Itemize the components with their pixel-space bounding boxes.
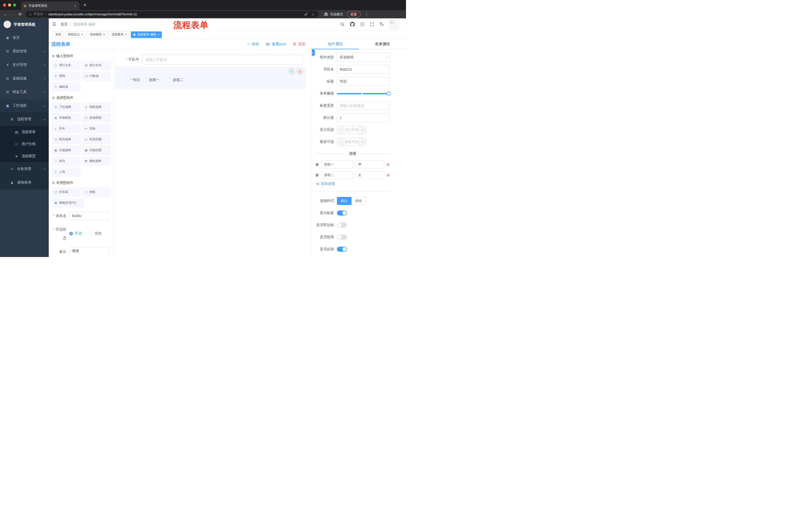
sidebar-item-system[interactable]: ⚙ 系统管理 ▾: [0, 45, 49, 58]
component-multiline-text[interactable]: ▤多行文本: [82, 61, 111, 70]
component-rate[interactable]: ☆评分: [52, 156, 81, 166]
sidebar-item-infra[interactable]: ⊞ 基础设施 ▾: [0, 72, 49, 85]
component-checkbox-group[interactable]: ☑多选框组: [82, 113, 111, 123]
component-editor[interactable]: ✎编辑器: [52, 82, 81, 91]
remark-textarea[interactable]: 嘿嘿: [69, 247, 109, 257]
security-label[interactable]: 不安全: [34, 12, 43, 16]
help-icon[interactable]: ?: [360, 22, 365, 26]
bookmark-star-icon[interactable]: ☆: [312, 12, 315, 16]
github-icon[interactable]: [350, 22, 355, 27]
show-label-toggle[interactable]: [337, 211, 347, 216]
sidebar-item-home[interactable]: ◉ 首页: [0, 31, 49, 45]
url-input[interactable]: ⚠ 不安全 dashboard.yudao.iocoder.cn/bpm/man…: [26, 11, 318, 18]
tag-process-form[interactable]: 流程表单 ×: [109, 31, 129, 38]
phone-input[interactable]: [142, 55, 303, 64]
avatar[interactable]: [389, 20, 399, 29]
sidebar-item-task-management[interactable]: ≔ 任务管理 ▾: [0, 162, 49, 176]
required-toggle[interactable]: [337, 247, 347, 252]
field-name-input[interactable]: [337, 65, 390, 74]
default-value-input[interactable]: [337, 113, 390, 122]
close-icon[interactable]: ×: [125, 33, 127, 36]
sidebar-item-process-model[interactable]: ➤ 流程模型: [0, 150, 49, 162]
collapse-sidebar-icon[interactable]: ☰: [52, 22, 56, 27]
option-label-input[interactable]: [321, 171, 353, 179]
close-icon[interactable]: ×: [103, 33, 105, 36]
tag-process-definition[interactable]: 流程定义 ×: [65, 31, 86, 38]
component-time-range[interactable]: ◴时间范围: [82, 135, 111, 144]
browser-tab[interactable]: ✿ 芋道管理系统 ×: [21, 1, 79, 10]
form-name-input[interactable]: [69, 212, 109, 220]
component-time-picker[interactable]: ◷时间选择: [52, 135, 81, 144]
component-radio-group[interactable]: ◉单选框组: [52, 113, 81, 123]
title-input[interactable]: [337, 77, 390, 86]
component-button[interactable]: ▢按钮: [82, 187, 111, 197]
new-tab-button[interactable]: +: [83, 2, 86, 8]
drag-handle-icon[interactable]: [315, 163, 319, 166]
max-select-stepper[interactable]: − 最多可选 +: [337, 138, 367, 146]
close-icon[interactable]: ×: [157, 33, 159, 36]
plus-button[interactable]: +: [359, 138, 366, 145]
sidebar-item-leave-query[interactable]: ♟ 请假查询: [0, 176, 49, 189]
back-icon[interactable]: ←: [3, 12, 7, 16]
clear-button[interactable]: 清空: [293, 42, 306, 47]
fullscreen-icon[interactable]: [370, 22, 374, 26]
slider-track[interactable]: [337, 93, 390, 94]
tag-process-form-edit[interactable]: 流程表单-编辑 ×: [131, 31, 162, 38]
tab-close-icon[interactable]: ×: [74, 4, 77, 8]
component-select[interactable]: ◎下拉选择: [52, 102, 81, 112]
add-option-button[interactable]: ⊕ 添加选项: [316, 182, 390, 186]
component-single-text[interactable]: ▭单行文本: [52, 61, 81, 70]
close-icon[interactable]: ×: [81, 33, 83, 36]
maximize-window-button[interactable]: [13, 3, 16, 6]
component-switch[interactable]: ◐开关: [52, 124, 81, 133]
phone-field-row[interactable]: 手机号: [114, 55, 312, 64]
font-size-icon[interactable]: TT: [380, 22, 384, 27]
drag-handle-icon[interactable]: [315, 173, 319, 177]
grid-slider[interactable]: [337, 89, 390, 98]
option-style-button-button[interactable]: 按钮: [351, 197, 366, 205]
component-date-range[interactable]: ▩日期范围: [82, 145, 111, 155]
browser-menu-icon[interactable]: ⋮: [364, 12, 370, 17]
sidebar-item-workflow[interactable]: ▣ 工作流程 ▴: [0, 99, 49, 112]
update-button[interactable]: 更新: [347, 11, 360, 18]
component-row-container[interactable]: ◫行容器: [52, 187, 81, 197]
option-style-default-button[interactable]: 默认: [337, 197, 351, 205]
component-slider[interactable]: ⊷滑块: [82, 124, 111, 133]
reload-icon[interactable]: ⟳: [19, 12, 22, 17]
label-width-input[interactable]: [337, 101, 390, 110]
copy-widget-button[interactable]: ⧉: [289, 69, 294, 74]
tag-home[interactable]: 首页: [53, 31, 64, 38]
status-on-radio[interactable]: 开启: [69, 231, 82, 236]
gender-option1-checkbox[interactable]: 选项一: [143, 78, 159, 82]
component-upload[interactable]: ↥上传: [52, 167, 81, 177]
component-table[interactable]: ▦表格[开发中]: [52, 198, 84, 208]
form-canvas[interactable]: 手机号 ⧉ 性别 选项一 选项二: [114, 50, 312, 257]
tab-form-props[interactable]: 表单属性: [359, 39, 406, 49]
component-password[interactable]: ∗密码: [52, 72, 81, 81]
gender-widget-selected[interactable]: ⧉ 性别 选项一 选项二: [115, 66, 306, 89]
component-color-picker[interactable]: ◩颜色选择: [82, 156, 111, 166]
sidebar-item-process-form[interactable]: ▤ 流程表单: [0, 126, 49, 138]
sidebar-item-payment[interactable]: ¥ 支付管理 ▾: [0, 58, 49, 72]
gender-option2-checkbox[interactable]: 选项二: [167, 78, 183, 82]
search-icon[interactable]: [340, 22, 344, 26]
remove-option-icon[interactable]: ⊖: [386, 173, 390, 177]
tab-component-props[interactable]: 组件属性: [312, 39, 359, 49]
minimize-window-button[interactable]: [8, 3, 11, 6]
forward-icon[interactable]: →: [11, 12, 15, 16]
plus-button[interactable]: +: [359, 126, 366, 134]
save-button[interactable]: ✓ 保存: [247, 42, 259, 47]
min-select-stepper[interactable]: − 至少应选 +: [337, 126, 367, 134]
border-toggle[interactable]: [337, 222, 347, 227]
slider-handle[interactable]: [387, 91, 391, 96]
key-icon[interactable]: [304, 12, 308, 16]
sidebar-item-user-group[interactable]: ⚇ 用户分组: [0, 138, 49, 150]
tag-process-model[interactable]: 流程模型 ×: [87, 31, 108, 38]
disabled-toggle[interactable]: [337, 235, 347, 240]
component-date-picker[interactable]: ▦日期选择: [52, 145, 81, 155]
breadcrumb-home[interactable]: 首页: [61, 22, 67, 27]
component-type-select[interactable]: 多选框组 ▾: [337, 53, 390, 62]
delete-widget-button[interactable]: [297, 69, 302, 74]
status-off-radio[interactable]: 关闭: [89, 231, 102, 236]
minus-button[interactable]: −: [337, 126, 344, 134]
